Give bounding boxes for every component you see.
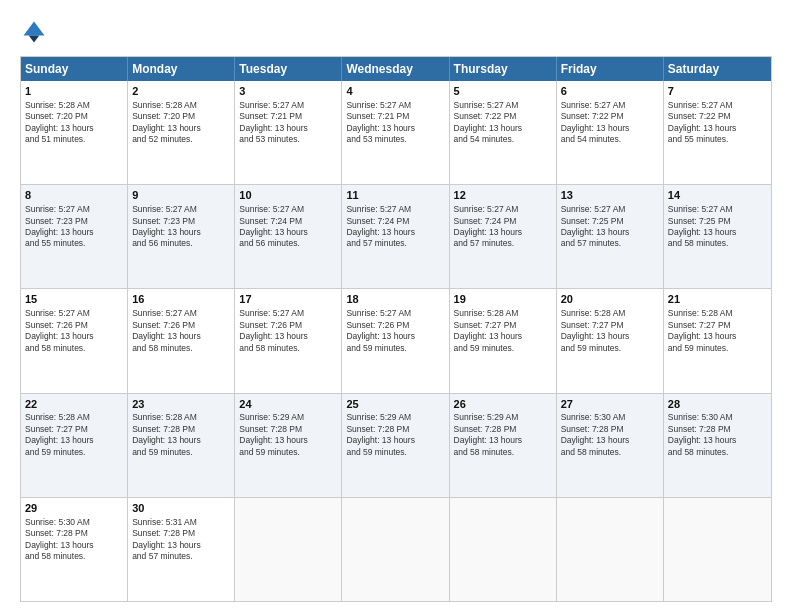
- day-info-line: Sunrise: 5:30 AM: [561, 412, 659, 423]
- day-info-line: and 57 minutes.: [561, 238, 659, 249]
- day-info-line: Daylight: 13 hours: [668, 123, 767, 134]
- day-info-line: Sunset: 7:28 PM: [454, 424, 552, 435]
- header-day-tuesday: Tuesday: [235, 57, 342, 81]
- day-number: 17: [239, 292, 337, 307]
- day-info-line: and 56 minutes.: [239, 238, 337, 249]
- day-info-line: and 58 minutes.: [561, 447, 659, 458]
- header-day-monday: Monday: [128, 57, 235, 81]
- day-info-line: Sunrise: 5:29 AM: [454, 412, 552, 423]
- calendar-cell-27: 27Sunrise: 5:30 AMSunset: 7:28 PMDayligh…: [557, 394, 664, 497]
- day-info-line: Sunrise: 5:27 AM: [668, 204, 767, 215]
- day-info-line: Daylight: 13 hours: [346, 123, 444, 134]
- day-info-line: Sunset: 7:22 PM: [668, 111, 767, 122]
- day-number: 19: [454, 292, 552, 307]
- day-info-line: Sunrise: 5:27 AM: [239, 100, 337, 111]
- calendar-cell-empty-3: [342, 498, 449, 601]
- day-info-line: Sunrise: 5:27 AM: [239, 308, 337, 319]
- calendar-cell-19: 19Sunrise: 5:28 AMSunset: 7:27 PMDayligh…: [450, 289, 557, 392]
- day-info-line: and 52 minutes.: [132, 134, 230, 145]
- svg-marker-1: [29, 36, 40, 43]
- calendar-cell-empty-5: [557, 498, 664, 601]
- calendar-cell-empty-2: [235, 498, 342, 601]
- calendar-row-4: 22Sunrise: 5:28 AMSunset: 7:27 PMDayligh…: [21, 393, 771, 497]
- day-info-line: Daylight: 13 hours: [561, 435, 659, 446]
- page: SundayMondayTuesdayWednesdayThursdayFrid…: [0, 0, 792, 612]
- day-info-line: Daylight: 13 hours: [668, 227, 767, 238]
- day-number: 28: [668, 397, 767, 412]
- day-number: 30: [132, 501, 230, 516]
- logo-icon: [20, 18, 48, 46]
- day-info-line: Sunset: 7:28 PM: [132, 424, 230, 435]
- day-info-line: Daylight: 13 hours: [25, 331, 123, 342]
- day-info-line: and 58 minutes.: [239, 343, 337, 354]
- day-number: 2: [132, 84, 230, 99]
- day-info-line: Sunrise: 5:28 AM: [25, 100, 123, 111]
- day-number: 22: [25, 397, 123, 412]
- day-info-line: and 53 minutes.: [346, 134, 444, 145]
- day-info-line: and 58 minutes.: [668, 447, 767, 458]
- day-number: 21: [668, 292, 767, 307]
- day-info-line: Sunrise: 5:28 AM: [561, 308, 659, 319]
- day-info-line: Daylight: 13 hours: [346, 435, 444, 446]
- day-number: 15: [25, 292, 123, 307]
- day-info-line: Daylight: 13 hours: [346, 227, 444, 238]
- day-info-line: and 58 minutes.: [132, 343, 230, 354]
- calendar: SundayMondayTuesdayWednesdayThursdayFrid…: [20, 56, 772, 602]
- day-info-line: and 58 minutes.: [25, 551, 123, 562]
- day-info-line: and 57 minutes.: [132, 551, 230, 562]
- calendar-row-3: 15Sunrise: 5:27 AMSunset: 7:26 PMDayligh…: [21, 288, 771, 392]
- day-number: 27: [561, 397, 659, 412]
- day-number: 5: [454, 84, 552, 99]
- calendar-cell-13: 13Sunrise: 5:27 AMSunset: 7:25 PMDayligh…: [557, 185, 664, 288]
- day-info-line: Sunset: 7:25 PM: [561, 216, 659, 227]
- calendar-cell-6: 6Sunrise: 5:27 AMSunset: 7:22 PMDaylight…: [557, 81, 664, 184]
- day-info-line: and 54 minutes.: [561, 134, 659, 145]
- day-info-line: Sunset: 7:26 PM: [239, 320, 337, 331]
- day-number: 10: [239, 188, 337, 203]
- calendar-cell-1: 1Sunrise: 5:28 AMSunset: 7:20 PMDaylight…: [21, 81, 128, 184]
- day-info-line: and 59 minutes.: [454, 343, 552, 354]
- day-info-line: and 58 minutes.: [668, 238, 767, 249]
- calendar-cell-25: 25Sunrise: 5:29 AMSunset: 7:28 PMDayligh…: [342, 394, 449, 497]
- day-info-line: and 56 minutes.: [132, 238, 230, 249]
- header-day-wednesday: Wednesday: [342, 57, 449, 81]
- calendar-cell-9: 9Sunrise: 5:27 AMSunset: 7:23 PMDaylight…: [128, 185, 235, 288]
- day-info-line: Sunset: 7:21 PM: [239, 111, 337, 122]
- day-info-line: Sunset: 7:28 PM: [132, 528, 230, 539]
- header-day-sunday: Sunday: [21, 57, 128, 81]
- day-info-line: Sunset: 7:27 PM: [668, 320, 767, 331]
- day-info-line: Sunrise: 5:27 AM: [25, 204, 123, 215]
- calendar-cell-23: 23Sunrise: 5:28 AMSunset: 7:28 PMDayligh…: [128, 394, 235, 497]
- day-info-line: Sunrise: 5:30 AM: [668, 412, 767, 423]
- day-number: 4: [346, 84, 444, 99]
- calendar-cell-21: 21Sunrise: 5:28 AMSunset: 7:27 PMDayligh…: [664, 289, 771, 392]
- calendar-cell-17: 17Sunrise: 5:27 AMSunset: 7:26 PMDayligh…: [235, 289, 342, 392]
- day-info-line: and 59 minutes.: [346, 447, 444, 458]
- day-info-line: Daylight: 13 hours: [668, 331, 767, 342]
- day-info-line: Sunrise: 5:27 AM: [132, 308, 230, 319]
- day-info-line: Sunrise: 5:27 AM: [346, 308, 444, 319]
- day-info-line: Sunrise: 5:27 AM: [132, 204, 230, 215]
- calendar-cell-24: 24Sunrise: 5:29 AMSunset: 7:28 PMDayligh…: [235, 394, 342, 497]
- day-info-line: and 59 minutes.: [561, 343, 659, 354]
- day-info-line: and 58 minutes.: [25, 343, 123, 354]
- day-info-line: Sunset: 7:28 PM: [668, 424, 767, 435]
- day-info-line: Sunrise: 5:28 AM: [454, 308, 552, 319]
- day-info-line: Sunset: 7:23 PM: [25, 216, 123, 227]
- day-number: 9: [132, 188, 230, 203]
- day-info-line: Daylight: 13 hours: [25, 540, 123, 551]
- day-number: 26: [454, 397, 552, 412]
- calendar-cell-11: 11Sunrise: 5:27 AMSunset: 7:24 PMDayligh…: [342, 185, 449, 288]
- day-info-line: and 59 minutes.: [25, 447, 123, 458]
- day-number: 8: [25, 188, 123, 203]
- day-number: 14: [668, 188, 767, 203]
- day-info-line: Sunset: 7:24 PM: [454, 216, 552, 227]
- day-info-line: Sunrise: 5:27 AM: [561, 204, 659, 215]
- calendar-cell-20: 20Sunrise: 5:28 AMSunset: 7:27 PMDayligh…: [557, 289, 664, 392]
- calendar-row-2: 8Sunrise: 5:27 AMSunset: 7:23 PMDaylight…: [21, 184, 771, 288]
- day-info-line: Sunset: 7:28 PM: [346, 424, 444, 435]
- day-info-line: Sunrise: 5:28 AM: [132, 412, 230, 423]
- day-info-line: Daylight: 13 hours: [239, 227, 337, 238]
- day-info-line: Daylight: 13 hours: [346, 331, 444, 342]
- day-number: 1: [25, 84, 123, 99]
